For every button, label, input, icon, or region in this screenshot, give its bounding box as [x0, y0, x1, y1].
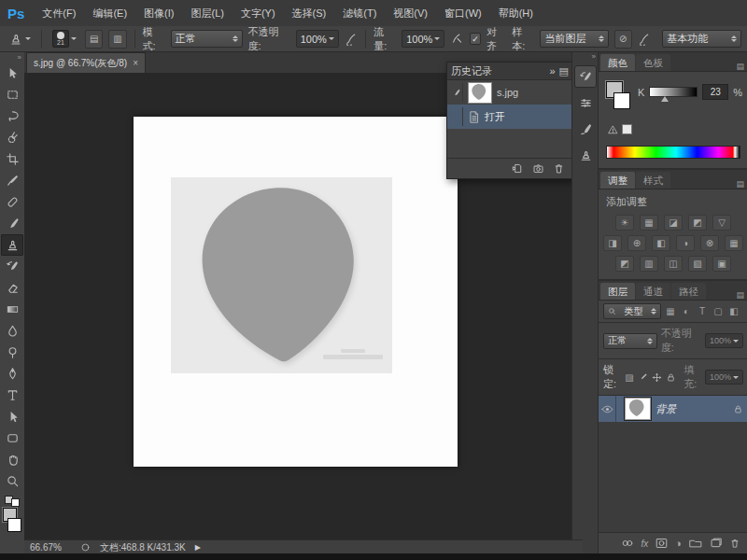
new-layer-icon[interactable]	[710, 538, 722, 549]
menu-filter[interactable]: 滤镜(T)	[334, 0, 385, 26]
panel-menu-icon[interactable]: ▤	[736, 179, 747, 189]
hue-saturation-icon[interactable]: ◨	[603, 235, 622, 251]
web-color-cube-icon[interactable]	[622, 124, 632, 134]
filter-adjustment-layers-icon[interactable]: ◐	[680, 305, 693, 318]
pressure-size-icon[interactable]	[638, 32, 651, 46]
tab-color[interactable]: 颜色	[600, 54, 635, 71]
layer-name[interactable]: 背景	[655, 402, 728, 416]
invert-icon[interactable]: ◩	[615, 256, 634, 272]
tab-paths[interactable]: 路径	[671, 283, 706, 300]
collapsed-properties-icon[interactable]	[574, 91, 597, 114]
quick-selection-tool[interactable]	[1, 127, 23, 148]
selective-color-icon[interactable]: ▣	[712, 256, 731, 272]
menu-layer[interactable]: 图层(L)	[182, 0, 232, 26]
color-lookup-icon[interactable]: ▦	[725, 235, 743, 251]
posterize-icon[interactable]: ▥	[640, 256, 658, 272]
layer-visibility-toggle[interactable]	[599, 396, 616, 422]
history-step-open[interactable]: 打开	[447, 105, 572, 129]
tool-preset-picker[interactable]	[6, 31, 34, 48]
toggle-clone-source-panel-button[interactable]: ▥	[108, 30, 126, 49]
color-spectrum-ramp[interactable]	[606, 146, 740, 159]
levels-icon[interactable]: ▦	[640, 215, 658, 231]
crop-tool[interactable]	[1, 148, 23, 170]
lock-image-pixels-icon[interactable]	[638, 371, 648, 384]
panel-menu-icon[interactable]: ▤	[559, 65, 569, 77]
rectangle-shape-tool[interactable]	[1, 427, 23, 449]
dodge-tool[interactable]	[1, 342, 23, 363]
black-white-icon[interactable]: ◧	[652, 235, 670, 251]
move-tool[interactable]	[1, 63, 23, 84]
flow-input[interactable]: 100%	[402, 30, 444, 48]
pen-tool[interactable]	[1, 363, 23, 385]
type-tool[interactable]	[1, 385, 23, 406]
menu-file[interactable]: 文件(F)	[34, 0, 84, 26]
layer-style-fx-button[interactable]: fx	[641, 539, 649, 549]
hand-tool[interactable]	[1, 449, 23, 470]
rectangular-marquee-tool[interactable]	[1, 84, 23, 105]
collapsed-brush-presets-icon[interactable]	[574, 118, 597, 140]
curves-icon[interactable]: ◪	[664, 215, 683, 231]
aligned-checkbox[interactable]: ✓	[470, 33, 482, 45]
eraser-tool[interactable]	[1, 277, 23, 299]
delete-state-trash-icon[interactable]	[553, 162, 565, 175]
collapsed-clone-source-icon[interactable]	[574, 144, 597, 166]
tab-swatches[interactable]: 色板	[636, 54, 670, 71]
open-document[interactable]	[134, 117, 458, 467]
zoom-level-field[interactable]: 66.67%	[30, 542, 71, 553]
document-tab[interactable]: s.jpg @ 66.7%(灰色/8) ×	[26, 52, 146, 73]
delete-layer-trash-icon[interactable]	[729, 538, 740, 549]
color-balance-icon[interactable]: ⊕	[627, 235, 646, 251]
lock-transparent-pixels-icon[interactable]: ▨	[625, 371, 634, 384]
eyedropper-tool[interactable]	[1, 170, 23, 191]
ignore-adjustment-layers-icon[interactable]: ⊘	[614, 30, 632, 49]
status-menu-arrow-icon[interactable]: ▶	[195, 543, 201, 552]
collapse-panel-icon[interactable]: »	[549, 65, 555, 77]
layer-blend-mode-select[interactable]: 正常	[603, 333, 657, 349]
history-brush-tool[interactable]	[1, 256, 23, 277]
brush-tool[interactable]	[1, 213, 23, 234]
layer-thumbnail[interactable]	[625, 398, 651, 420]
default-colors-icon[interactable]	[5, 496, 20, 505]
lock-position-icon[interactable]	[652, 371, 662, 384]
lock-all-icon[interactable]	[666, 371, 676, 384]
tab-channels[interactable]: 通道	[636, 283, 670, 300]
filter-shape-layers-icon[interactable]: ▢	[712, 305, 725, 318]
threshold-icon[interactable]: ◫	[664, 256, 683, 272]
tab-adjustments[interactable]: 调整	[600, 172, 635, 189]
panel-menu-icon[interactable]: ▤	[736, 62, 747, 71]
background-color-swatch[interactable]	[7, 518, 21, 532]
gradient-tool[interactable]	[1, 299, 23, 320]
path-selection-tool[interactable]	[1, 406, 23, 427]
menu-select[interactable]: 选择(S)	[284, 0, 335, 26]
lasso-tool[interactable]	[1, 105, 23, 127]
menu-type[interactable]: 文字(Y)	[233, 0, 284, 26]
k-slider[interactable]	[649, 87, 698, 97]
spot-healing-brush-tool[interactable]	[1, 191, 23, 213]
panel-menu-icon[interactable]: ▤	[736, 290, 747, 300]
add-layer-mask-icon[interactable]	[655, 538, 668, 549]
filter-smart-objects-icon[interactable]: ◧	[727, 305, 740, 318]
filter-pixel-layers-icon[interactable]: ▦	[664, 305, 677, 318]
new-snapshot-camera-icon[interactable]	[532, 162, 544, 175]
gamut-warning-icon[interactable]	[608, 125, 618, 134]
blend-mode-select[interactable]: 正常	[171, 30, 243, 48]
collapse-tools-icon[interactable]: »	[18, 52, 24, 63]
collapsed-history-icon[interactable]	[574, 65, 597, 88]
layer-opacity-input[interactable]: 100%	[705, 333, 743, 348]
vibrance-icon[interactable]: ▽	[712, 215, 731, 231]
fill-input[interactable]: 100%	[705, 370, 743, 385]
layer-row-background[interactable]: 背景	[599, 396, 747, 422]
color-swatches[interactable]	[3, 508, 21, 532]
tab-styles[interactable]: 样式	[636, 172, 670, 189]
filter-type-layers-icon[interactable]: T	[696, 305, 709, 318]
sample-select[interactable]: 当前图层	[540, 30, 608, 48]
menu-help[interactable]: 帮助(H)	[490, 0, 542, 26]
clone-stamp-tool[interactable]	[1, 234, 23, 256]
blur-tool[interactable]	[1, 320, 23, 342]
tab-layers[interactable]: 图层	[600, 283, 635, 300]
new-adjustment-layer-icon[interactable]: ◑	[675, 538, 682, 549]
menu-image[interactable]: 图像(I)	[135, 0, 182, 26]
link-layers-icon[interactable]	[621, 538, 634, 549]
new-document-from-state-icon[interactable]	[512, 162, 524, 175]
workspace-select[interactable]: 基本功能	[662, 30, 741, 48]
